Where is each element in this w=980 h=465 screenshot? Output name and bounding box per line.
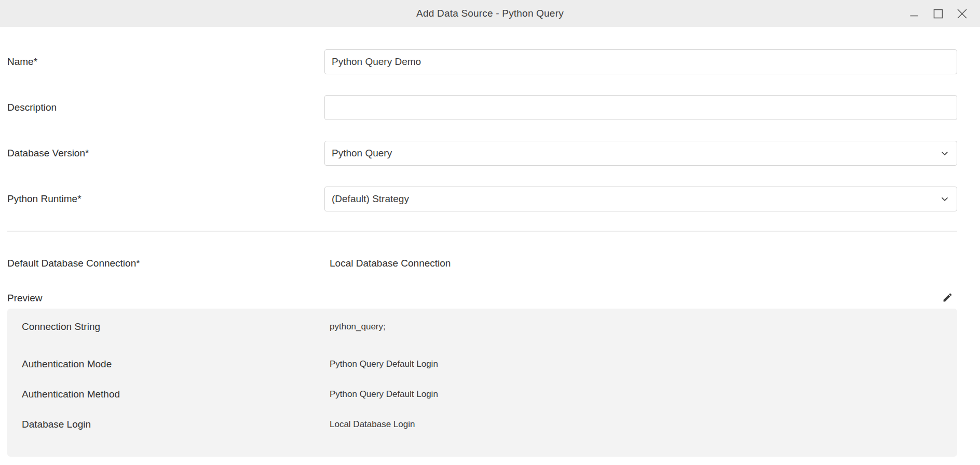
preview-row-connection-string: Connection String python_query; bbox=[7, 320, 957, 334]
database-version-label: Database Version* bbox=[7, 148, 324, 159]
name-input[interactable] bbox=[324, 49, 957, 74]
authentication-mode-label: Authentication Mode bbox=[7, 358, 324, 370]
connection-string-label: Connection String bbox=[7, 321, 324, 333]
database-version-select[interactable]: Python Query bbox=[324, 141, 957, 166]
authentication-method-label: Authentication Method bbox=[7, 389, 324, 400]
authentication-mode-value: Python Query Default Login bbox=[324, 359, 438, 369]
name-label: Name* bbox=[7, 56, 324, 68]
preview-row-database-login: Database Login Local Database Login bbox=[7, 418, 957, 431]
database-version-value: Python Query bbox=[332, 148, 392, 159]
default-connection-label: Default Database Connection* bbox=[7, 258, 324, 269]
preview-row-authentication-mode: Authentication Mode Python Query Default… bbox=[7, 357, 957, 371]
database-login-label: Database Login bbox=[7, 419, 324, 430]
maximize-button[interactable] bbox=[926, 0, 950, 27]
preview-label: Preview bbox=[7, 293, 324, 304]
minimize-icon bbox=[909, 9, 919, 18]
authentication-method-value: Python Query Default Login bbox=[324, 389, 438, 400]
form-row-python-runtime: Python Runtime* (Default) Strategy bbox=[7, 187, 957, 211]
maximize-icon bbox=[933, 9, 943, 19]
window-controls bbox=[902, 0, 974, 27]
preview-header: Preview bbox=[7, 291, 957, 305]
preview-panel: Connection String python_query; Authenti… bbox=[7, 309, 957, 457]
edit-preview-button[interactable] bbox=[941, 291, 954, 305]
python-runtime-select[interactable]: (Default) Strategy bbox=[324, 187, 957, 211]
pencil-icon bbox=[942, 292, 953, 304]
dialog-content: Name* Description Database Version* Pyth… bbox=[0, 49, 980, 457]
default-connection-value: Local Database Connection bbox=[324, 258, 451, 269]
chevron-down-icon bbox=[940, 194, 950, 204]
minimize-button[interactable] bbox=[902, 0, 926, 27]
python-runtime-label: Python Runtime* bbox=[7, 193, 324, 205]
chevron-down-icon bbox=[940, 148, 950, 158]
description-input[interactable] bbox=[324, 95, 957, 120]
form-row-description: Description bbox=[7, 95, 957, 120]
python-runtime-value: (Default) Strategy bbox=[332, 193, 409, 205]
titlebar: Add Data Source - Python Query bbox=[0, 0, 980, 27]
connection-string-value: python_query; bbox=[324, 322, 386, 332]
form-row-database-version: Database Version* Python Query bbox=[7, 141, 957, 166]
preview-row-authentication-method: Authentication Method Python Query Defau… bbox=[7, 388, 957, 401]
default-connection-row: Default Database Connection* Local Datab… bbox=[7, 257, 957, 270]
dialog-title: Add Data Source - Python Query bbox=[0, 8, 980, 19]
form-row-name: Name* bbox=[7, 49, 957, 74]
close-button[interactable] bbox=[950, 0, 974, 27]
database-login-value: Local Database Login bbox=[324, 419, 415, 430]
close-icon bbox=[957, 8, 968, 19]
add-data-source-dialog: Add Data Source - Python Query Nam bbox=[0, 0, 980, 465]
section-divider bbox=[7, 231, 957, 232]
description-label: Description bbox=[7, 102, 324, 113]
